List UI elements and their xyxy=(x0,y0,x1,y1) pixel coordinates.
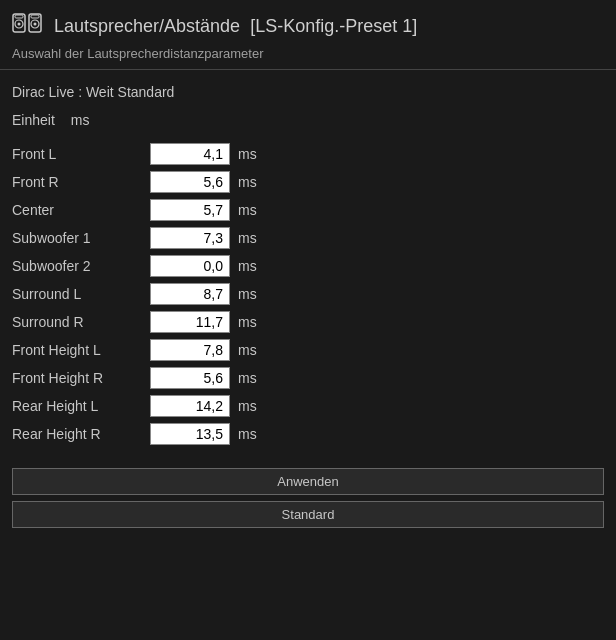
param-unit: ms xyxy=(238,174,263,190)
param-unit: ms xyxy=(238,258,263,274)
page-preset: [LS-Konfig.-Preset 1] xyxy=(250,16,417,37)
param-unit: ms xyxy=(238,370,263,386)
param-input[interactable] xyxy=(150,227,230,249)
apply-button[interactable]: Anwenden xyxy=(12,468,604,495)
dirac-label: Dirac Live : Weit Standard xyxy=(0,76,616,108)
param-unit: ms xyxy=(238,230,263,246)
table-row: Front Height Lms xyxy=(12,336,604,364)
param-name: Front R xyxy=(12,174,142,190)
param-input[interactable] xyxy=(150,143,230,165)
param-input[interactable] xyxy=(150,339,230,361)
table-row: Front Lms xyxy=(12,140,604,168)
param-input[interactable] xyxy=(150,423,230,445)
table-row: Centerms xyxy=(12,196,604,224)
table-row: Front Rms xyxy=(12,168,604,196)
table-row: Front Height Rms xyxy=(12,364,604,392)
param-input[interactable] xyxy=(150,171,230,193)
param-name: Subwoofer 2 xyxy=(12,258,142,274)
param-name: Surround R xyxy=(12,314,142,330)
param-input[interactable] xyxy=(150,367,230,389)
param-unit: ms xyxy=(238,398,263,414)
param-name: Front L xyxy=(12,146,142,162)
param-input[interactable] xyxy=(150,255,230,277)
param-name: Front Height L xyxy=(12,342,142,358)
param-name: Rear Height L xyxy=(12,398,142,414)
unit-label: Einheit xyxy=(12,112,55,128)
unit-value: ms xyxy=(71,112,90,128)
table-row: Surround Rms xyxy=(12,308,604,336)
table-row: Rear Height Lms xyxy=(12,392,604,420)
param-name: Rear Height R xyxy=(12,426,142,442)
svg-point-2 xyxy=(18,23,21,26)
param-input[interactable] xyxy=(150,199,230,221)
standard-button[interactable]: Standard xyxy=(12,501,604,528)
param-name: Front Height R xyxy=(12,370,142,386)
param-name: Surround L xyxy=(12,286,142,302)
param-unit: ms xyxy=(238,342,263,358)
table-row: Subwoofer 1ms xyxy=(12,224,604,252)
param-unit: ms xyxy=(238,314,263,330)
speaker-icon xyxy=(12,10,44,42)
buttons-section: Anwenden Standard xyxy=(0,452,616,536)
param-unit: ms xyxy=(238,426,263,442)
param-input[interactable] xyxy=(150,311,230,333)
param-input[interactable] xyxy=(150,395,230,417)
param-unit: ms xyxy=(238,286,263,302)
table-row: Subwoofer 2ms xyxy=(12,252,604,280)
unit-row: Einheit ms xyxy=(0,108,616,136)
header-divider xyxy=(0,69,616,70)
param-name: Center xyxy=(12,202,142,218)
table-row: Surround Lms xyxy=(12,280,604,308)
param-unit: ms xyxy=(238,202,263,218)
svg-rect-7 xyxy=(31,15,39,18)
svg-rect-3 xyxy=(15,15,23,18)
svg-point-6 xyxy=(34,23,37,26)
page-title: Lautsprecher/Abstände xyxy=(54,16,240,37)
param-name: Subwoofer 1 xyxy=(12,230,142,246)
params-table: Front LmsFront RmsCentermsSubwoofer 1msS… xyxy=(0,136,616,452)
param-input[interactable] xyxy=(150,283,230,305)
page-subtitle: Auswahl der Lautsprecherdistanzparameter xyxy=(0,46,616,69)
param-unit: ms xyxy=(238,146,263,162)
page-header: Lautsprecher/Abstände [LS-Konfig.-Preset… xyxy=(0,0,616,46)
table-row: Rear Height Rms xyxy=(12,420,604,448)
